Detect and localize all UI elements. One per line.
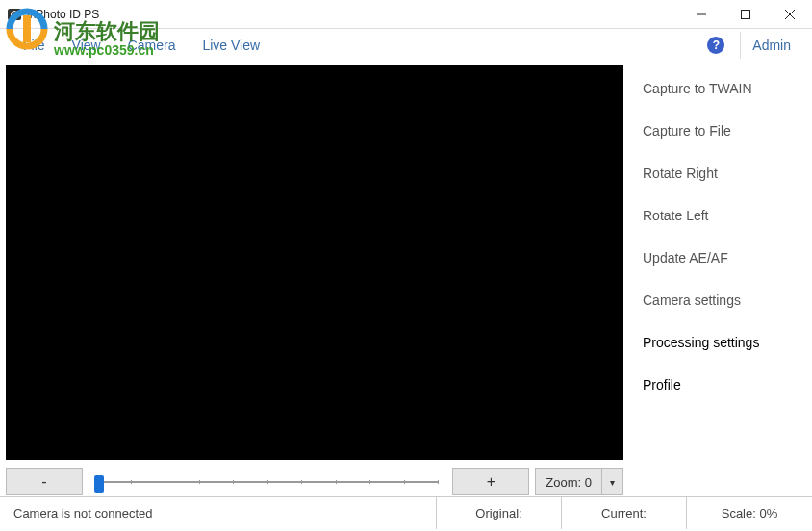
status-current: Current: (562, 497, 687, 529)
maximize-icon (741, 10, 750, 19)
statusbar: Camera is not connected Original: Curren… (0, 496, 812, 529)
slider-ticks (96, 480, 439, 488)
zoom-in-button[interactable]: + (452, 468, 529, 495)
action-update-aeaf[interactable]: Update AE/AF (643, 250, 799, 266)
main-area: - + Zoom: 0 ▾ Capture to TWAIN Capture t… (0, 62, 812, 496)
menu-view[interactable]: View (59, 32, 114, 59)
status-scale: Scale: 0% (687, 497, 812, 529)
window-title: inPhoto ID PS (27, 8, 99, 21)
zoom-display: Zoom: 0 ▾ (535, 468, 623, 495)
action-capture-twain[interactable]: Capture to TWAIN (643, 81, 799, 96)
action-rotate-right[interactable]: Rotate Right (643, 165, 799, 181)
zoom-row: - + Zoom: 0 ▾ (6, 468, 623, 496)
minimize-icon (697, 10, 706, 19)
menubar-right: ? Admin (707, 32, 802, 59)
action-processing-settings[interactable]: Processing settings (643, 335, 799, 350)
camera-preview (6, 65, 623, 460)
close-icon (785, 10, 795, 19)
menu-liveview[interactable]: Live View (189, 32, 273, 59)
help-icon[interactable]: ? (707, 37, 724, 54)
zoom-out-button[interactable]: - (6, 468, 83, 495)
slider-thumb[interactable] (94, 475, 104, 493)
close-button[interactable] (768, 0, 812, 29)
titlebar: inPhoto ID PS (0, 0, 812, 29)
minimize-button[interactable] (679, 0, 723, 29)
preview-column: - + Zoom: 0 ▾ (0, 62, 629, 496)
side-panel: Capture to TWAIN Capture to File Rotate … (629, 62, 812, 496)
menubar: File View Camera Live View ? Admin (0, 29, 812, 62)
status-original: Original: (437, 497, 562, 529)
action-capture-file[interactable]: Capture to File (643, 123, 799, 139)
zoom-value: Zoom: 0 (535, 468, 602, 495)
window-controls (679, 0, 812, 29)
action-profile[interactable]: Profile (643, 377, 799, 392)
maximize-button[interactable] (723, 0, 768, 29)
action-rotate-left[interactable]: Rotate Left (643, 208, 799, 223)
menu-camera[interactable]: Camera (114, 32, 190, 59)
status-message: Camera is not connected (0, 497, 437, 529)
zoom-slider[interactable] (89, 468, 446, 495)
app-icon (8, 9, 21, 20)
svg-rect-1 (742, 10, 750, 18)
action-camera-settings[interactable]: Camera settings (643, 292, 799, 308)
menu-file[interactable]: File (10, 32, 59, 59)
zoom-dropdown[interactable]: ▾ (602, 468, 623, 495)
admin-link[interactable]: Admin (740, 32, 802, 59)
